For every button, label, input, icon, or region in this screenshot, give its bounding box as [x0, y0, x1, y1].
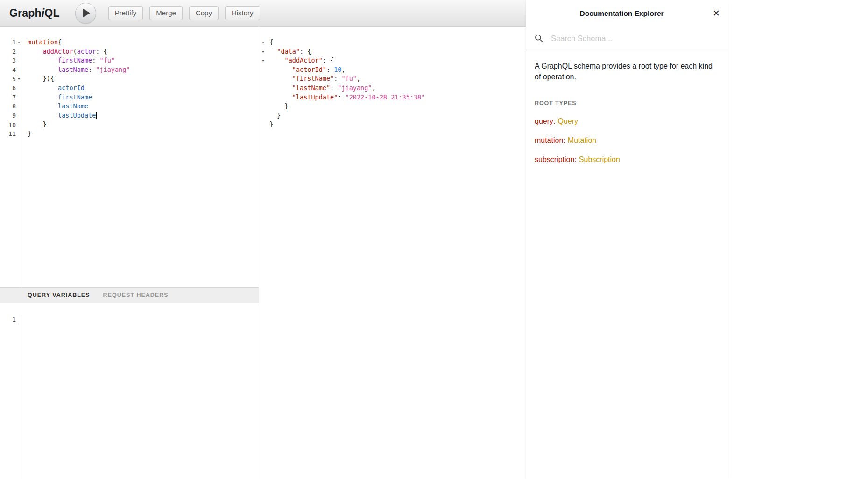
prettify-button[interactable]: Prettify — [108, 6, 143, 20]
code-line: "firstName": "fu", — [269, 74, 526, 84]
code-line[interactable]: mutation{ — [28, 38, 259, 47]
history-button[interactable]: History — [225, 6, 260, 20]
logo-text: Graph — [9, 7, 42, 19]
doc-explorer-title: Documentation Explorer — [533, 9, 711, 18]
line-number: 2 — [12, 48, 16, 55]
code-line[interactable]: lastUpdate — [28, 111, 259, 120]
tab-request-headers[interactable]: REQUEST HEADERS — [103, 292, 169, 298]
code-line[interactable]: firstName — [28, 93, 259, 102]
gutter-line: 5▾ — [0, 74, 22, 84]
gutter-line: 4 — [0, 65, 22, 75]
gutter-line: 6 — [0, 84, 22, 93]
gutter-line — [259, 102, 267, 111]
fold-arrow-icon[interactable]: ▾ — [16, 74, 22, 84]
root-type-keyword: query: — [535, 117, 555, 125]
fold-arrow-icon[interactable]: ▾ — [260, 47, 266, 56]
text-cursor — [96, 112, 97, 119]
root-type-link-subscription[interactable]: Subscription — [579, 155, 620, 163]
play-icon — [83, 9, 90, 17]
code-line[interactable] — [28, 315, 259, 324]
close-icon[interactable]: ✕ — [711, 7, 722, 20]
search-schema-input[interactable] — [550, 34, 720, 43]
topbar: GraphiQL Prettify Merge Copy History — [0, 0, 526, 27]
code-line: } — [269, 102, 526, 111]
code-line[interactable]: lastName — [28, 102, 259, 111]
code-line: "lastUpdate": "2022-10-28 21:35:38" — [269, 93, 526, 102]
line-number: 11 — [8, 130, 16, 137]
root-type-keyword: subscription: — [535, 155, 577, 163]
doc-explorer-header: Documentation Explorer ✕ — [526, 0, 728, 27]
gutter-line — [259, 120, 267, 129]
line-number: 1 — [12, 316, 16, 323]
doc-explorer-panel: Documentation Explorer ✕ A GraphQL schem… — [526, 0, 728, 479]
response-fold-gutter: ▾▾▾ — [259, 38, 267, 479]
query-panel: 1▾2345▾67891011 mutation{ addActor(actor… — [0, 27, 259, 479]
root-type-link-mutation[interactable]: Mutation — [568, 136, 596, 144]
line-number: 7 — [12, 94, 16, 101]
graphiql-app: GraphiQL Prettify Merge Copy History 1▾2… — [0, 0, 728, 479]
line-number: 4 — [12, 66, 16, 73]
fold-arrow-icon[interactable]: ▾ — [260, 38, 266, 47]
gutter-line — [259, 111, 267, 120]
code-line: } — [269, 111, 526, 120]
merge-button[interactable]: Merge — [149, 6, 183, 20]
gutter-line — [259, 74, 267, 84]
code-line[interactable]: } — [28, 120, 259, 129]
gutter-line: 3 — [0, 56, 22, 65]
line-number: 3 — [12, 57, 16, 64]
editor-section: GraphiQL Prettify Merge Copy History 1▾2… — [0, 0, 526, 479]
gutter-line: 9 — [0, 111, 22, 120]
variables-editor-code[interactable] — [22, 315, 259, 479]
code-line[interactable]: actorId — [28, 84, 259, 93]
line-number: 10 — [8, 121, 16, 128]
code-line: { — [269, 38, 526, 47]
gutter-line — [259, 84, 267, 93]
root-type-mutation: mutation:Mutation — [535, 136, 720, 145]
query-editor-code[interactable]: mutation{ addActor(actor: { firstName: "… — [22, 38, 259, 287]
gutter-line: 1 — [0, 315, 22, 324]
query-editor-gutter: 1▾2345▾67891011 — [0, 38, 22, 287]
copy-button[interactable]: Copy — [189, 6, 219, 20]
code-line[interactable]: addActor(actor: { — [28, 47, 259, 56]
line-number: 1 — [12, 39, 16, 46]
root-type-keyword: mutation: — [535, 136, 565, 144]
gutter-line: 8 — [0, 102, 22, 111]
variables-editor-gutter: 1 — [0, 315, 22, 479]
variables-header: QUERY VARIABLES REQUEST HEADERS — [0, 287, 259, 303]
gutter-line: 1▾ — [0, 38, 22, 47]
variables-editor[interactable]: 1 — [0, 303, 259, 479]
search-icon — [535, 34, 543, 42]
code-line: } — [269, 120, 526, 129]
code-line: "lastName": "jiayang", — [269, 84, 526, 93]
logo-text: QL — [44, 7, 59, 19]
gutter-line — [259, 65, 267, 75]
graphiql-logo: GraphiQL — [9, 7, 60, 20]
line-number: 5 — [12, 76, 16, 83]
gutter-line: ▾ — [259, 38, 267, 47]
fold-arrow-icon[interactable]: ▾ — [16, 38, 22, 47]
root-type-query: query:Query — [535, 117, 720, 126]
main-area: 1▾2345▾67891011 mutation{ addActor(actor… — [0, 27, 526, 479]
line-number: 9 — [12, 112, 16, 119]
code-line: "actorId": 10, — [269, 65, 526, 75]
code-line[interactable]: }){ — [28, 74, 259, 84]
root-type-link-query[interactable]: Query — [557, 117, 578, 125]
gutter-line: 7 — [0, 93, 22, 102]
gutter-line: ▾ — [259, 47, 267, 56]
line-number: 8 — [12, 103, 16, 110]
execute-button[interactable] — [75, 3, 96, 24]
code-line[interactable]: } — [28, 129, 259, 139]
code-line[interactable]: lastName: "jiayang" — [28, 65, 259, 75]
schema-description: A GraphQL schema provides a root type fo… — [535, 61, 714, 82]
gutter-line — [259, 93, 267, 102]
fold-arrow-icon[interactable]: ▾ — [260, 56, 266, 65]
query-editor[interactable]: 1▾2345▾67891011 mutation{ addActor(actor… — [0, 27, 259, 287]
code-line: "addActor": { — [269, 56, 526, 65]
root-types-heading: ROOT TYPES — [535, 100, 720, 106]
gutter-line: 2 — [0, 47, 22, 56]
doc-search-row — [526, 27, 728, 50]
line-number: 6 — [12, 85, 16, 92]
doc-explorer-content: A GraphQL schema provides a root type fo… — [526, 50, 728, 164]
tab-query-variables[interactable]: QUERY VARIABLES — [28, 292, 90, 298]
code-line[interactable]: firstName: "fu" — [28, 56, 259, 65]
